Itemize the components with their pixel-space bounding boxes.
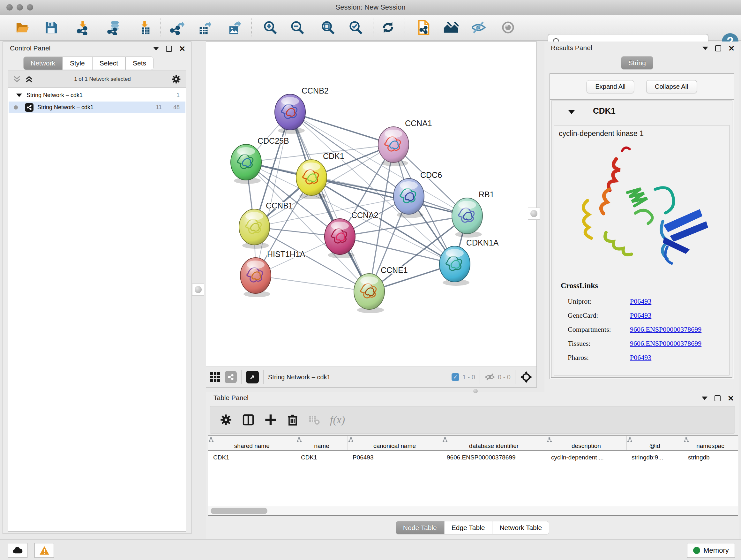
import-network-database-icon[interactable] — [105, 18, 123, 37]
panel-collapse-icon[interactable] — [702, 47, 708, 50]
birds-eye-view-icon[interactable] — [209, 371, 221, 383]
create-column-icon[interactable] — [264, 414, 277, 426]
tab-select[interactable]: Select — [92, 57, 125, 70]
network-row-selected[interactable]: String Network – cdk1 11 48 — [9, 102, 185, 113]
network-node-cdc25b[interactable] — [231, 144, 261, 184]
export-network-icon[interactable] — [168, 18, 186, 37]
expand-all-button[interactable]: Expand All — [587, 80, 634, 93]
network-node-ccne1[interactable] — [354, 273, 385, 313]
column-header[interactable]: name — [296, 436, 347, 450]
tab-network[interactable]: Network — [23, 57, 63, 70]
column-type-icon — [684, 437, 689, 442]
network-node-ccnb1[interactable] — [239, 209, 270, 249]
network-type-icon[interactable] — [225, 371, 237, 383]
panel-close-icon[interactable]: ✕ — [728, 396, 734, 401]
hide-selection-icon[interactable] — [469, 18, 487, 37]
table-cell[interactable]: stringdb — [683, 450, 738, 464]
table-options-gear-icon[interactable] — [219, 414, 232, 426]
panel-close-icon[interactable]: ✕ — [728, 46, 735, 51]
export-table-icon[interactable] — [196, 18, 213, 37]
column-header[interactable]: canonical name — [347, 436, 442, 450]
first-neighbors-icon[interactable] — [442, 18, 460, 37]
network-collection-row[interactable]: String Network – cdk1 1 — [9, 89, 185, 101]
network-edge[interactable] — [290, 112, 394, 145]
tab-style[interactable]: Style — [63, 57, 92, 70]
panel-collapse-icon[interactable] — [153, 47, 159, 51]
selected-items-checkbox-icon[interactable]: ✓ — [452, 373, 459, 381]
import-table-icon[interactable] — [136, 18, 153, 37]
network-node-ccnb2[interactable] — [275, 94, 306, 134]
memory-button[interactable]: Memory — [687, 543, 735, 558]
collapse-all-button[interactable]: Collapse All — [646, 80, 697, 93]
crosslink-link[interactable]: P06493 — [630, 311, 651, 320]
column-header[interactable]: description — [546, 436, 626, 450]
zoom-in-icon[interactable] — [261, 18, 279, 37]
network-edge[interactable] — [340, 237, 455, 264]
detach-view-icon[interactable] — [246, 371, 259, 383]
show-columns-icon[interactable] — [242, 414, 255, 426]
open-session-icon[interactable] — [14, 18, 31, 37]
network-edge[interactable] — [256, 275, 369, 292]
network-node-ccna1[interactable] — [378, 127, 409, 166]
splitter-handle[interactable] — [473, 389, 478, 393]
table-cell[interactable]: P06493 — [347, 450, 442, 464]
gear-icon[interactable] — [171, 74, 181, 84]
zoom-fit-icon[interactable] — [319, 18, 337, 37]
network-node-hist1h1a[interactable] — [240, 258, 271, 297]
table-horizontal-scrollbar[interactable] — [208, 506, 738, 515]
refresh-icon[interactable] — [379, 18, 397, 37]
network-canvas[interactable]: CCNB2CCNA1CDC25BCDK1CDC6RB1CCNB1CCNA2CDK… — [206, 42, 537, 367]
crosslink-link[interactable]: 9606.ENSP00000378699 — [630, 325, 701, 334]
panel-float-icon[interactable] — [715, 45, 721, 51]
fit-content-icon[interactable] — [520, 371, 533, 383]
zoom-selected-icon[interactable] — [347, 18, 364, 37]
delete-column-icon[interactable] — [286, 414, 299, 426]
import-network-file-icon[interactable] — [74, 18, 92, 37]
network-node-ccna2[interactable] — [325, 219, 355, 258]
save-session-icon[interactable] — [42, 18, 60, 37]
panel-collapse-icon[interactable] — [702, 396, 708, 400]
network-graph[interactable]: CCNB2CCNA1CDC25BCDK1CDC6RB1CCNB1CCNA2CDK… — [206, 42, 536, 367]
splitter-handle[interactable] — [528, 207, 540, 220]
new-network-from-selection-icon[interactable] — [415, 18, 433, 37]
expand-all-icon[interactable] — [24, 74, 34, 84]
table-cell[interactable]: CDK1 — [296, 450, 347, 464]
crosslink-link[interactable]: 9606.ENSP00000378699 — [630, 339, 701, 348]
table-cell[interactable]: 9606.ENSP00000378699 — [442, 450, 546, 464]
application-window: Session: New Session — [0, 0, 741, 560]
network-node-rb1[interactable] — [452, 198, 482, 238]
column-header[interactable]: shared name — [208, 436, 296, 450]
scrollbar-thumb[interactable] — [211, 508, 267, 514]
show-all-icon[interactable] — [499, 18, 517, 37]
export-image-icon[interactable] — [225, 18, 243, 37]
tab-edge-table[interactable]: Edge Table — [444, 521, 492, 535]
crosslink-link[interactable]: P06493 — [630, 297, 651, 306]
splitter-handle[interactable] — [192, 284, 204, 296]
network-node-cdkn1a[interactable] — [440, 246, 470, 286]
network-edge[interactable] — [290, 112, 369, 292]
network-edge[interactable] — [312, 178, 467, 216]
tab-string[interactable]: String — [621, 56, 653, 70]
collapse-all-icon[interactable] — [12, 74, 22, 84]
column-header[interactable]: namespac — [683, 436, 738, 450]
memory-label: Memory — [703, 546, 729, 555]
column-header[interactable]: database identifier — [442, 436, 546, 450]
column-header[interactable]: @id — [626, 436, 683, 450]
tab-network-table[interactable]: Network Table — [492, 521, 549, 535]
panel-float-icon[interactable] — [715, 395, 721, 401]
tab-sets[interactable]: Sets — [125, 57, 153, 70]
table-cell[interactable]: CDK1 — [208, 450, 296, 464]
cloud-status-button[interactable] — [8, 543, 27, 558]
table-row[interactable]: CDK1CDK1P064939606.ENSP00000378699cyclin… — [208, 450, 738, 464]
table-cell[interactable]: stringdb:9... — [626, 450, 683, 464]
column-type-icon — [348, 437, 354, 442]
panel-float-icon[interactable] — [166, 46, 172, 52]
tab-node-table[interactable]: Node Table — [396, 521, 444, 535]
panel-close-icon[interactable]: ✕ — [179, 46, 185, 51]
tree-expand-icon[interactable] — [16, 94, 22, 97]
zoom-out-icon[interactable] — [288, 18, 306, 37]
table-cell[interactable]: cyclin-dependent ... — [546, 450, 626, 464]
warnings-button[interactable] — [35, 543, 54, 558]
section-collapse-icon[interactable] — [568, 110, 575, 114]
crosslink-link[interactable]: P06493 — [630, 354, 651, 362]
